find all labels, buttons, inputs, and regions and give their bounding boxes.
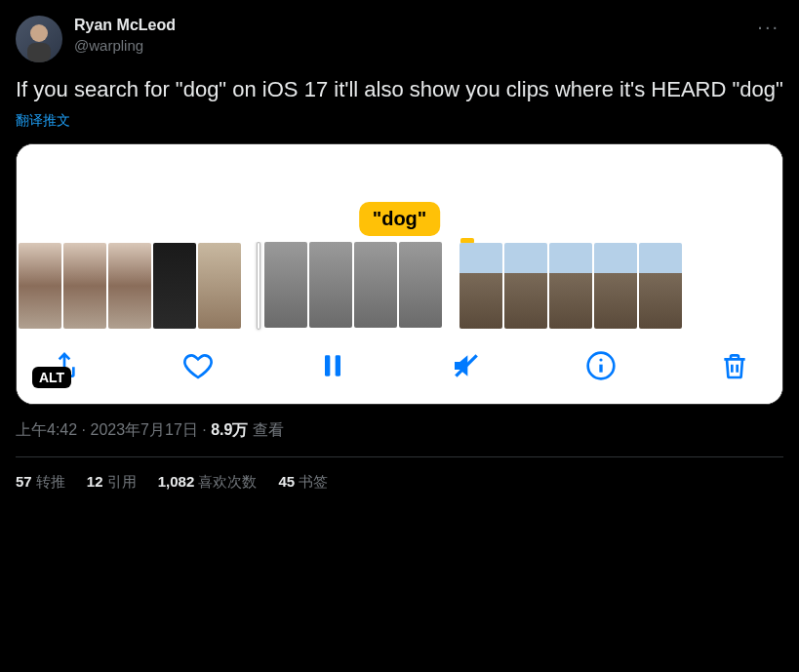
clip-group[interactable] xyxy=(19,243,241,329)
clip-thumbnail[interactable] xyxy=(354,242,397,328)
clip-timeline[interactable] xyxy=(17,242,782,337)
tweet-meta: 上午4:42 · 2023年7月17日 · 8.9万 查看 xyxy=(16,420,783,441)
svg-rect-3 xyxy=(335,355,340,376)
clip-thumbnail[interactable] xyxy=(309,242,352,328)
clip-thumbnail[interactable] xyxy=(459,243,502,329)
stat-quotes[interactable]: 12 引用 xyxy=(87,473,137,492)
clip-thumbnail[interactable] xyxy=(153,243,196,329)
more-menu-icon[interactable]: ··· xyxy=(757,16,779,38)
playhead[interactable] xyxy=(257,242,260,330)
tweet-container: Ryan McLeod @warpling ··· If you search … xyxy=(0,0,799,507)
tweet-time[interactable]: 上午4:42 xyxy=(16,421,77,438)
divider xyxy=(16,456,783,457)
svg-point-0 xyxy=(30,24,48,42)
search-term-badge: "dog" xyxy=(359,202,441,236)
clip-thumbnail[interactable] xyxy=(639,243,682,329)
media-toolbar xyxy=(17,337,782,404)
stat-bookmarks[interactable]: 45 书签 xyxy=(278,473,328,492)
svg-rect-2 xyxy=(325,355,330,376)
avatar[interactable] xyxy=(16,16,62,62)
trash-icon[interactable] xyxy=(716,347,753,384)
clip-thumbnail[interactable] xyxy=(108,243,151,329)
views-label: 查看 xyxy=(248,421,283,438)
svg-point-7 xyxy=(599,358,602,361)
media-preview-area: "dog" xyxy=(17,144,782,242)
svg-rect-1 xyxy=(27,43,51,62)
user-handle[interactable]: @warpling xyxy=(74,36,176,56)
clip-thumbnail[interactable] xyxy=(198,243,241,329)
heart-icon[interactable] xyxy=(180,347,217,384)
tweet-date[interactable]: 2023年7月17日 xyxy=(90,421,197,438)
tweet-header: Ryan McLeod @warpling ··· xyxy=(16,16,783,62)
stat-likes[interactable]: 1,082 喜欢次数 xyxy=(158,473,258,492)
clip-thumbnail[interactable] xyxy=(63,243,106,329)
clip-thumbnail[interactable] xyxy=(264,242,307,328)
media-attachment[interactable]: "dog" xyxy=(16,143,783,405)
clip-group[interactable] xyxy=(459,243,682,329)
alt-badge[interactable]: ALT xyxy=(32,367,71,388)
display-name[interactable]: Ryan McLeod xyxy=(74,16,176,36)
translate-link[interactable]: 翻译推文 xyxy=(16,112,783,130)
user-info: Ryan McLeod @warpling xyxy=(74,16,176,55)
clip-group[interactable] xyxy=(259,242,442,330)
clip-thumbnail[interactable] xyxy=(19,243,61,329)
tweet-text: If you search for "dog" on iOS 17 it'll … xyxy=(16,76,783,104)
views-count: 8.9万 xyxy=(211,421,248,438)
clip-thumbnail[interactable] xyxy=(549,243,592,329)
clip-thumbnail[interactable] xyxy=(594,243,637,329)
clip-thumbnail[interactable] xyxy=(399,242,442,328)
clip-thumbnail[interactable] xyxy=(504,243,547,329)
tweet-stats: 57 转推 12 引用 1,082 喜欢次数 45 书签 xyxy=(16,473,783,492)
info-icon[interactable] xyxy=(582,347,619,384)
pause-icon[interactable] xyxy=(314,347,351,384)
stat-retweets[interactable]: 57 转推 xyxy=(16,473,65,492)
mute-icon[interactable] xyxy=(448,347,485,384)
